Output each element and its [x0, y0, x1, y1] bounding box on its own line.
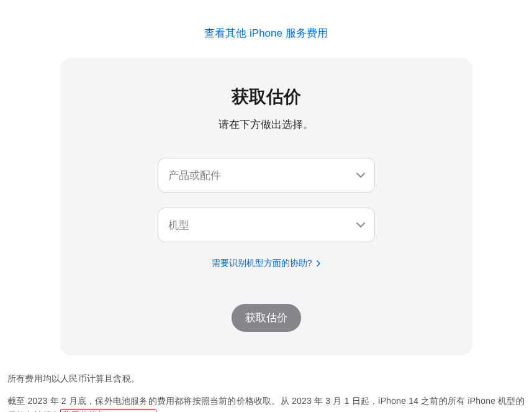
product-select[interactable]: 产品或配件	[158, 158, 375, 193]
identify-model-help-link[interactable]: 需要识别机型方面的协助?	[212, 258, 321, 269]
card-subtitle: 请在下方做出选择。	[85, 117, 448, 132]
top-link-container: 查看其他 iPhone 服务费用	[6, 0, 526, 58]
model-select-wrapper: 机型	[158, 208, 375, 242]
product-select-wrapper: 产品或配件	[158, 158, 375, 193]
model-select[interactable]: 机型	[158, 208, 375, 242]
card-title: 获取估价	[85, 85, 448, 109]
chevron-right-icon	[317, 258, 320, 268]
estimate-card: 获取估价 请在下方做出选择。 产品或配件 机型 需要识别机型方面的协助? 获取估…	[60, 58, 472, 355]
other-services-link[interactable]: 查看其他 iPhone 服务费用	[204, 27, 327, 39]
get-estimate-button[interactable]: 获取估价	[232, 304, 301, 332]
footer-line1: 所有费用均以人民币计算且含税。	[7, 372, 525, 385]
help-link-text: 需要识别机型方面的协助?	[212, 258, 312, 268]
footer-highlight: 费用将增加 RMB 169。	[60, 409, 156, 412]
footer-disclaimer: 所有费用均以人民币计算且含税。 截至 2023 年 2 月底，保外电池服务的费用…	[6, 372, 526, 412]
footer-line2: 截至 2023 年 2 月底，保外电池服务的费用都将按照当前的价格收取。从 20…	[7, 394, 525, 412]
